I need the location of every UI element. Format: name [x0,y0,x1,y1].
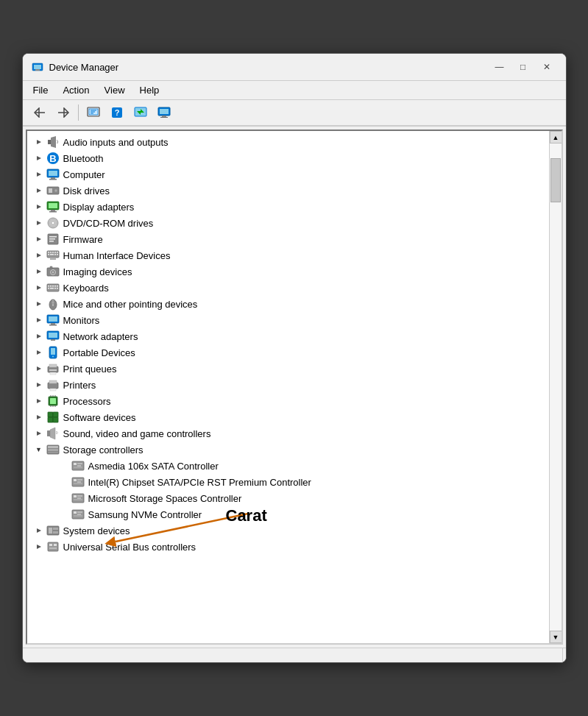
tree-item-display[interactable]: Display adapters [27,199,549,215]
expand-btn-system[interactable] [33,525,45,536]
expand-btn-software[interactable] [33,411,45,423]
expand-btn-imaging[interactable] [33,266,45,277]
tree-item-storage_c3[interactable]: Microsoft Storage Spaces Controller [27,490,549,506]
tree-item-audio[interactable]: ))Audio inputs and outputs [27,134,549,150]
svg-rect-90 [49,333,57,338]
tree-item-monitors[interactable]: Monitors [27,312,549,328]
tree-item-printers[interactable]: Printers [27,377,549,393]
expand-btn-network[interactable] [33,330,45,342]
tree-item-hid[interactable]: Human Interface Devices [27,247,549,263]
expand-btn-printers[interactable] [33,379,45,391]
forward-button[interactable] [52,103,74,122]
menu-help[interactable]: Help [134,82,166,98]
svg-rect-156 [49,547,57,549]
svg-rect-117 [48,417,53,422]
tree-item-storage_c1[interactable]: Asmedia 106x SATA Controller [27,458,549,474]
expand-btn-hid[interactable] [33,249,45,261]
tree-item-portable[interactable]: Portable Devices [27,344,549,361]
tree-item-processors[interactable]: Processors [27,393,549,409]
expand-btn-storage_c3[interactable] [58,492,70,504]
svg-marker-68 [37,286,41,290]
svg-marker-121 [50,428,55,439]
back-button[interactable] [29,103,51,122]
svg-rect-59 [50,254,54,255]
expand-btn-display[interactable] [33,201,45,213]
scroll-track[interactable] [550,143,562,631]
tree-item-sound[interactable]: ))Sound, video and game controllers [27,425,549,442]
expand-btn-dvd[interactable] [33,217,45,229]
vertical-scrollbar[interactable]: ▲ ▼ [549,131,562,643]
svg-rect-139 [77,495,82,497]
scroll-up-button[interactable]: ▲ [550,131,562,143]
tree-item-mice[interactable]: Mice and other pointing devices [27,296,549,312]
update-driver-button[interactable] [130,103,152,122]
tree-item-computer[interactable]: Computer [27,166,549,182]
menu-view[interactable]: View [99,82,131,98]
toolbar-separator-1 [78,104,79,121]
tree-item-dvd[interactable]: DVD/CD-ROM drives [27,215,549,231]
tree-item-firmware[interactable]: Firmware [27,231,549,247]
tree-item-printq[interactable]: Print queues [27,361,549,377]
expand-btn-mice[interactable] [33,298,45,310]
maximize-button[interactable]: □ [513,60,534,74]
tree-item-keyboard[interactable]: Keyboards [27,280,549,296]
tree-item-network[interactable]: Network adapters [27,328,549,344]
properties-button[interactable] [82,103,105,122]
expand-btn-keyboard[interactable] [33,282,45,294]
expand-btn-portable[interactable] [33,347,45,358]
svg-rect-150 [53,528,58,530]
expand-btn-monitors[interactable] [33,314,45,326]
expand-btn-storage[interactable]: ▼ [33,444,45,456]
label-audio: Audio inputs and outputs [63,137,169,148]
scroll-down-button[interactable]: ▼ [550,631,562,643]
label-printers: Printers [63,380,96,391]
svg-rect-133 [74,479,77,481]
tree-item-imaging[interactable]: Imaging devices [27,263,549,280]
svg-rect-78 [57,288,58,289]
icon-disk [46,184,60,197]
expand-btn-processors[interactable] [33,395,45,407]
expand-btn-printq[interactable] [33,363,45,375]
tree-item-storage_c4[interactable]: Samsung NVMe Controller [27,506,549,522]
expand-btn-storage_c1[interactable] [58,460,70,472]
label-display: Display adapters [63,202,135,213]
svg-text:B: B [49,153,56,164]
expand-btn-disk[interactable] [33,185,45,196]
expand-btn-storage_c4[interactable] [58,508,70,520]
minimize-button[interactable]: — [489,60,510,74]
expand-btn-sound[interactable] [33,428,45,439]
svg-rect-155 [54,544,57,546]
svg-rect-115 [48,412,53,417]
menu-action[interactable]: Action [57,82,95,98]
menu-file[interactable]: File [27,82,54,98]
tree-item-software[interactable]: Software devices [27,409,549,425]
svg-rect-100 [50,372,56,375]
icon-dvd [46,216,60,230]
svg-rect-40 [51,210,55,211]
expand-btn-audio[interactable] [33,136,45,148]
svg-rect-118 [53,417,58,422]
expand-btn-bluetooth[interactable] [33,152,45,164]
device-tree[interactable]: ))Audio inputs and outputsBBluetoothComp… [27,131,549,643]
content-area: ))Audio inputs and outputsBBluetoothComp… [26,130,563,645]
svg-rect-70 [48,286,49,287]
monitor-button[interactable] [153,103,175,122]
tree-item-system[interactable]: System devices [27,522,549,539]
svg-rect-77 [54,288,56,289]
expand-btn-firmware[interactable] [33,233,45,245]
tree-item-storage[interactable]: ▼Storage controllers [27,442,549,458]
scroll-thumb[interactable] [550,158,561,202]
help-button[interactable]: ? [106,103,128,122]
tree-item-disk[interactable]: Disk drives [27,182,549,199]
expand-btn-storage_c2[interactable] [58,476,70,488]
svg-marker-22 [51,136,56,148]
label-storage_c1: Asmedia 106x SATA Controller [88,461,219,472]
tree-item-bluetooth[interactable]: BBluetooth [27,150,549,166]
close-button[interactable]: ✕ [536,60,557,74]
expand-btn-usb[interactable] [33,541,45,553]
tree-item-usb[interactable]: Universal Serial Bus controllers [27,539,549,555]
expand-btn-computer[interactable] [33,169,45,180]
icon-storage_c2 [71,475,85,489]
tree-item-storage_c2[interactable]: Intel(R) Chipset SATA/PCIe RST Premium C… [27,474,549,490]
svg-rect-135 [77,481,81,483]
